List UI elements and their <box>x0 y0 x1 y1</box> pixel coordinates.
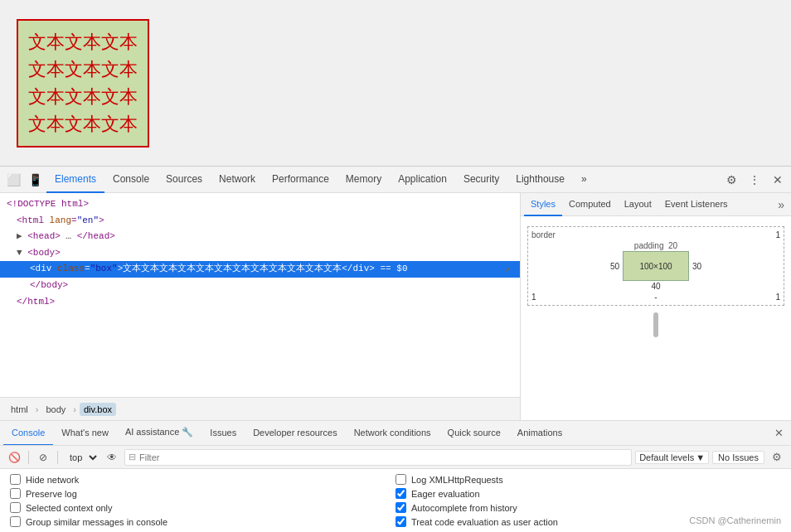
hide-network-checkbox[interactable] <box>10 474 21 485</box>
border-label: border <box>531 230 556 239</box>
preserve-log-checkbox[interactable] <box>10 488 21 499</box>
margin-center: - <box>654 293 657 302</box>
tab-event-listeners[interactable]: Event Listeners <box>658 193 735 216</box>
margin-left: 1 <box>531 293 536 302</box>
watermark: CSDN @Catherinemin <box>689 515 781 525</box>
autocomplete-history-label: Autocomplete from history <box>411 503 517 513</box>
elements-content[interactable]: <!DOCTYPE html> <html lang="en"> ▶ <head… <box>0 193 520 397</box>
eager-eval-label: Eager evaluation <box>411 489 480 499</box>
opt-eager-eval: Eager evaluation <box>396 488 781 499</box>
box-model-container: border 1 padding 20 50 100×100 <box>527 226 784 306</box>
tab-elements[interactable]: Elements <box>46 167 104 193</box>
tab-network-conditions[interactable]: Network conditions <box>346 421 439 446</box>
html-line-selected[interactable]: <div class="box">文本文本文本文本文本文本文本文本文本文本文本文… <box>0 261 520 278</box>
treat-code-label: Treat code evaluation as user action <box>411 517 558 527</box>
opt-autocomplete-history: Autocomplete from history <box>396 502 781 513</box>
elements-panel: <!DOCTYPE html> <html lang="en"> ▶ <head… <box>0 193 521 420</box>
padding-top: 20 <box>668 241 677 250</box>
bottom-panel: Console What's new AI assistance 🔧 Issue… <box>0 420 791 532</box>
selected-context-label: Selected context only <box>26 503 113 513</box>
content-box: 100×100 <box>623 251 689 281</box>
padding-left: 50 <box>610 262 619 271</box>
tab-more[interactable]: » <box>573 167 595 193</box>
console-settings-icon[interactable]: ⚙ <box>768 448 786 467</box>
styles-panel: Styles Computed Layout Event Listeners »… <box>521 193 791 420</box>
opt-hide-network: Hide network <box>10 474 396 485</box>
preview-text: 文本文本文本文本文本文本文本文本文本文本文本文本 <box>28 28 138 138</box>
breadcrumb-divbox[interactable]: div.box <box>80 403 116 416</box>
tab-developer-resources[interactable]: Developer resources <box>245 421 346 446</box>
context-selector[interactable]: top <box>63 451 99 464</box>
html-line: <html lang="en"> <box>0 213 520 230</box>
opt-selected-context: Selected context only <box>10 502 396 513</box>
reveal-icon[interactable]: ↗ <box>503 262 510 279</box>
html-line: ▼ <body> <box>0 245 520 262</box>
filter-icon: ⊟ <box>129 452 136 462</box>
close-bottom-icon[interactable]: ✕ <box>769 424 788 443</box>
clear-console-icon[interactable]: 🚫 <box>5 448 23 467</box>
tab-performance[interactable]: Performance <box>264 167 337 193</box>
console-toolbar: 🚫 ⊘ top 👁 ⊟ Default levels ▼ No Issues ⚙ <box>0 446 791 469</box>
preview-box: 文本文本文本文本文本文本文本文本文本文本文本文本 <box>17 19 149 148</box>
toolbar-right: ⚙ ⋮ ✕ <box>721 170 788 190</box>
margin-right: 1 <box>775 293 780 302</box>
cursor-icon[interactable]: ⬜ <box>3 170 23 190</box>
tab-whats-new[interactable]: What's new <box>53 421 117 446</box>
html-line: <!DOCTYPE html> <box>0 196 520 213</box>
preserve-log-label: Preserve log <box>26 489 77 499</box>
log-xhr-label: Log XMLHttpRequests <box>411 475 503 485</box>
devtools-tabs: Elements Console Sources Network Perform… <box>46 167 721 193</box>
tab-memory[interactable]: Memory <box>337 167 390 193</box>
opt-log-xhr: Log XMLHttpRequests <box>396 474 781 485</box>
eye-icon[interactable]: 👁 <box>103 448 121 467</box>
tab-animations[interactable]: Animations <box>509 421 570 446</box>
styles-content[interactable]: border 1 padding 20 50 100×100 <box>521 216 791 420</box>
stop-icon[interactable]: ⊘ <box>34 448 52 467</box>
preview-area: 文本文本文本文本文本文本文本文本文本文本文本文本 <box>0 0 791 166</box>
autocomplete-history-checkbox[interactable] <box>396 502 406 513</box>
tab-layout[interactable]: Layout <box>618 193 658 216</box>
group-similar-label: Group similar messages in console <box>26 517 167 527</box>
filter-input[interactable] <box>139 452 628 462</box>
html-line: </html> <box>0 294 520 311</box>
console-options: Hide network Preserve log Selected conte… <box>0 469 791 532</box>
tab-network[interactable]: Network <box>211 167 264 193</box>
tab-application[interactable]: Application <box>390 167 455 193</box>
styles-scrollbar[interactable] <box>653 312 658 337</box>
tab-sources[interactable]: Sources <box>158 167 211 193</box>
mobile-icon[interactable]: 📱 <box>25 170 45 190</box>
breadcrumb: html › body › div.box <box>0 397 520 420</box>
options-left: Hide network Preserve log Selected conte… <box>10 474 396 527</box>
tab-quick-source[interactable]: Quick source <box>439 421 509 446</box>
tab-security[interactable]: Security <box>455 167 507 193</box>
log-xhr-checkbox[interactable] <box>396 474 406 485</box>
padding-label: padding <box>634 241 664 250</box>
padding-right: 30 <box>692 262 701 271</box>
eager-eval-checkbox[interactable] <box>396 488 406 499</box>
default-levels-btn[interactable]: Default levels ▼ <box>635 451 709 464</box>
styles-tabs: Styles Computed Layout Event Listeners » <box>521 193 791 216</box>
box-model: border 1 padding 20 50 100×100 <box>527 226 784 306</box>
selected-context-checkbox[interactable] <box>10 502 21 513</box>
styles-more-icon[interactable]: » <box>774 198 788 211</box>
tab-styles[interactable]: Styles <box>524 193 562 216</box>
devtools-body: <!DOCTYPE html> <html lang="en"> ▶ <head… <box>0 193 791 420</box>
settings-icon[interactable]: ⚙ <box>721 170 741 190</box>
tab-console-bottom[interactable]: Console <box>3 421 53 446</box>
tab-issues[interactable]: Issues <box>201 421 245 446</box>
filter-area[interactable]: ⊟ <box>124 449 632 466</box>
group-similar-checkbox[interactable] <box>10 516 21 527</box>
treat-code-checkbox[interactable] <box>396 516 406 527</box>
bottom-tabs: Console What's new AI assistance 🔧 Issue… <box>0 421 791 446</box>
more-options-icon[interactable]: ⋮ <box>745 170 764 190</box>
tab-computed[interactable]: Computed <box>562 193 618 216</box>
tab-ai-assistance[interactable]: AI assistance 🔧 <box>117 421 201 446</box>
close-icon[interactable]: ✕ <box>768 170 788 190</box>
opt-preserve-log: Preserve log <box>10 488 396 499</box>
border-val: 1 <box>775 230 780 239</box>
breadcrumb-html[interactable]: html <box>7 403 32 416</box>
breadcrumb-body[interactable]: body <box>41 403 70 416</box>
tab-lighthouse[interactable]: Lighthouse <box>507 167 573 193</box>
html-line: </body> <box>0 278 520 294</box>
tab-console[interactable]: Console <box>104 167 158 193</box>
